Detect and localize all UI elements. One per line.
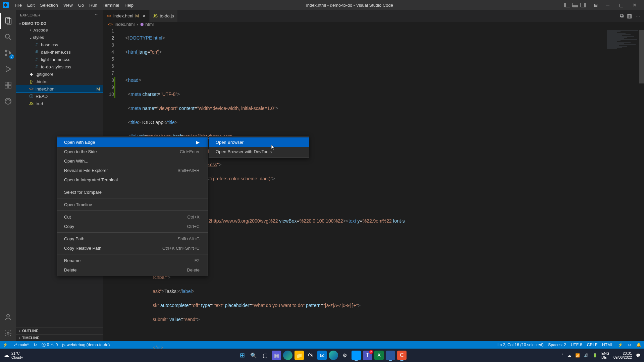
minimap[interactable]	[606, 30, 639, 341]
taskbar-explorer-icon[interactable]: 📁	[294, 351, 304, 360]
source-control-icon[interactable]: 7	[0, 45, 16, 61]
status-remote[interactable]: ⚡	[3, 343, 8, 347]
modified-indicator: M	[96, 86, 100, 92]
menu-edit[interactable]: Edit	[24, 3, 37, 8]
folder-styles[interactable]: ⌄styles	[16, 34, 103, 41]
taskbar-camtasia-icon[interactable]: C	[397, 351, 407, 360]
file-dark-theme-css[interactable]: #dark-theme.css	[16, 48, 103, 56]
file-todo-js[interactable]: JSto-d	[16, 100, 103, 107]
tray-language[interactable]: ENGDE	[601, 351, 609, 359]
tab-todo-js[interactable]: JSto-do.js	[150, 10, 178, 22]
toggle-secondary-sidebar-icon[interactable]	[580, 3, 586, 7]
tray-battery-icon[interactable]: 🔋	[593, 353, 597, 358]
start-button[interactable]: ⊞	[237, 351, 247, 360]
taskbar-edge-icon[interactable]	[283, 351, 292, 360]
ctx-reveal-explorer[interactable]: Reveal in File ExplorerShift+Alt+R	[57, 166, 208, 175]
menu-run[interactable]: Run	[87, 3, 100, 8]
menu-go[interactable]: Go	[75, 3, 87, 8]
close-tab-icon[interactable]: ✕	[142, 13, 146, 18]
menu-view[interactable]: View	[61, 3, 75, 8]
folder-root[interactable]: ⌄DEMO-TO-DO	[16, 20, 103, 26]
account-icon[interactable]	[0, 309, 16, 325]
submenu-arrow-icon: ▶	[196, 140, 200, 145]
ctx-copy[interactable]: CopyCtrl+C	[57, 222, 208, 231]
tray-notifications-icon[interactable]: 💬	[636, 353, 641, 358]
menu-terminal[interactable]: Terminal	[100, 3, 122, 8]
toggle-primary-sidebar-icon[interactable]	[564, 3, 570, 7]
file-index-html[interactable]: <>index.htmlM	[16, 85, 103, 93]
submenu-open-browser[interactable]: Open Browser	[209, 137, 309, 147]
status-debug-target[interactable]: ▷ webdebug (demo-to-do)	[62, 343, 110, 347]
file-todo-styles-css[interactable]: #to-do-styles.css	[16, 63, 103, 70]
taskbar-app-1[interactable]: ▦	[272, 351, 281, 360]
taskbar-vscode-icon[interactable]	[352, 351, 361, 360]
taskbar-search-icon[interactable]: 🔍	[249, 351, 258, 360]
ctx-open-terminal[interactable]: Open in Integrated Terminal	[57, 175, 208, 184]
scm-badge: 7	[9, 54, 14, 59]
tray-chevron-icon[interactable]: ˄	[561, 353, 564, 358]
scrollbar-thumb[interactable]	[639, 30, 644, 83]
folder-vscode[interactable]: ›.vscode	[16, 26, 103, 34]
taskbar-settings-icon[interactable]: ⚙	[340, 351, 350, 360]
svg-rect-11	[8, 82, 11, 85]
extensions-icon[interactable]	[0, 77, 16, 93]
svg-line-3	[9, 38, 11, 40]
menu-file[interactable]: File	[12, 3, 24, 8]
compare-changes-icon[interactable]: ⧉	[620, 13, 624, 19]
taskbar-edge-dev-icon[interactable]	[329, 351, 338, 360]
file-readme[interactable]: ⓘREAD	[16, 93, 103, 100]
status-problems[interactable]: ⓧ 0 ⚠ 0	[42, 342, 58, 348]
ctx-cut[interactable]: CutCtrl+X	[57, 212, 208, 222]
edge-tools-icon[interactable]	[0, 93, 16, 109]
explorer-icon[interactable]	[0, 13, 16, 29]
file-hintrc[interactable]: {}.hintrc	[16, 78, 103, 85]
weather-widget[interactable]: 21°CCloudy	[11, 351, 23, 359]
edge-submenu: Open Browser Open Browser with DevTools	[209, 136, 309, 158]
tray-onedrive-icon[interactable]: ☁	[568, 353, 571, 358]
minimize-button[interactable]: ─	[601, 2, 614, 8]
ctx-delete[interactable]: DeleteDelete	[57, 265, 208, 275]
file-gitignore[interactable]: ◆.gitignore	[16, 70, 103, 78]
taskbar-mail-icon[interactable]: ✉	[317, 351, 327, 360]
outline-section[interactable]: ›Outline	[16, 327, 103, 334]
ctx-copy-path[interactable]: Copy PathShift+Alt+C	[57, 234, 208, 243]
taskbar-excel-icon[interactable]: X	[374, 351, 384, 360]
maximize-button[interactable]: ▢	[614, 2, 628, 8]
tab-index-html[interactable]: <>index.htmlM✕	[103, 10, 150, 22]
svg-point-4	[5, 50, 7, 52]
file-base-css[interactable]: #base.css	[16, 41, 103, 48]
ctx-rename[interactable]: RenameF2	[57, 256, 208, 265]
windows-taskbar: ☁ 21°CCloudy ⊞ 🔍 ▢ ▦ 📁 🛍 ✉ ⚙ T2 X C ˄ ☁ …	[0, 349, 644, 362]
taskbar-app-2[interactable]	[386, 351, 395, 360]
split-editor-icon[interactable]: ▥	[627, 13, 632, 19]
close-window-button[interactable]: ✕	[628, 2, 641, 8]
file-light-theme-css[interactable]: #light-theme.css	[16, 56, 103, 63]
ctx-open-to-side[interactable]: Open to the SideCtrl+Enter	[57, 147, 208, 156]
tray-wifi-icon[interactable]: 📶	[575, 353, 580, 358]
ctx-copy-relative-path[interactable]: Copy Relative PathCtrl+K Ctrl+Shift+C	[57, 243, 208, 253]
tray-clock[interactable]: 20:3109/06/2022	[613, 351, 632, 359]
ctx-select-compare[interactable]: Select for Compare	[57, 187, 208, 197]
ctx-open-timeline[interactable]: Open Timeline	[57, 200, 208, 209]
taskbar-store-icon[interactable]: 🛍	[306, 351, 315, 360]
task-view-icon[interactable]: ▢	[260, 351, 270, 360]
status-sync[interactable]: ↻	[34, 343, 37, 347]
submenu-open-browser-devtools[interactable]: Open Browser with DevTools	[209, 147, 309, 156]
customize-layout-icon[interactable]: ⊞	[594, 3, 600, 7]
more-editor-actions-icon[interactable]: ⋯	[635, 13, 641, 19]
more-actions-icon[interactable]: ⋯	[95, 13, 99, 17]
weather-icon[interactable]: ☁	[3, 352, 9, 359]
debug-icon[interactable]	[0, 61, 16, 77]
timeline-section[interactable]: ›Timeline	[16, 334, 103, 341]
status-branch[interactable]: ⎇ main*	[12, 343, 29, 347]
breadcrumb[interactable]: <>index.html›⬢html	[103, 22, 644, 27]
ctx-open-with-edge[interactable]: Open with Edge▶	[57, 137, 208, 147]
search-icon[interactable]	[0, 29, 16, 45]
taskbar-teams-icon[interactable]: T2	[363, 351, 372, 360]
menu-selection[interactable]: Selection	[37, 3, 60, 8]
menu-help[interactable]: Help	[122, 3, 136, 8]
toggle-panel-icon[interactable]	[572, 3, 578, 7]
tray-volume-icon[interactable]: 🔊	[584, 353, 589, 358]
settings-gear-icon[interactable]	[0, 325, 16, 341]
ctx-open-with[interactable]: Open With...	[57, 156, 208, 166]
